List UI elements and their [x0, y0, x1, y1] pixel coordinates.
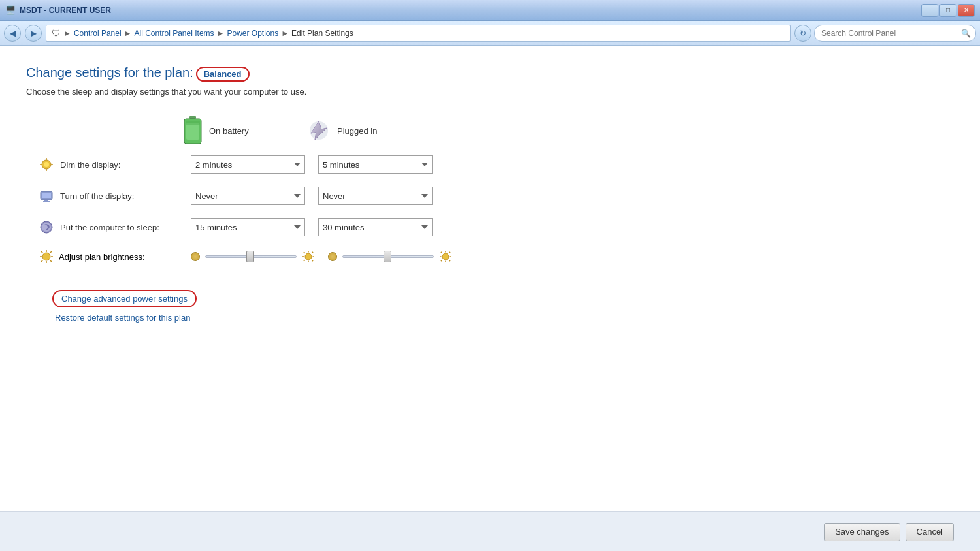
breadcrumb-current: Edit Plan Settings — [291, 29, 353, 38]
svg-rect-0 — [189, 116, 196, 119]
turn-off-display-controls: 1 minute 5 minutes 10 minutes 15 minutes… — [191, 187, 433, 205]
shield-icon: 🛡 — [52, 28, 61, 39]
sleep-row: Put the computer to sleep: 1 minute 5 mi… — [39, 218, 536, 236]
svg-line-33 — [304, 252, 305, 253]
battery-brightness-slider-group — [191, 250, 315, 263]
advanced-power-settings-link[interactable]: Change advanced power settings — [52, 290, 197, 307]
col-battery: On battery — [183, 116, 307, 145]
svg-point-19 — [42, 253, 50, 260]
save-changes-button[interactable]: Save changes — [824, 523, 900, 541]
search-input[interactable] — [814, 25, 976, 42]
svg-rect-15 — [44, 200, 48, 201]
turn-off-display-label: Turn off the display: — [60, 191, 191, 201]
brightness-label: Adjust plan brightness: — [59, 252, 145, 262]
col-plugged: Plugged in — [307, 116, 431, 145]
title-bar: 🖥️ MSDT - CURRENT USER − □ ✕ — [0, 0, 980, 21]
svg-line-44 — [449, 252, 450, 253]
dim-display-battery-select[interactable]: 1 minute 2 minutes 3 minutes 5 minutes 1… — [191, 155, 305, 174]
brightness-label-area: Adjust plan brightness: — [39, 249, 191, 264]
svg-point-37 — [442, 253, 449, 260]
battery-icon — [183, 116, 203, 145]
svg-point-8 — [44, 162, 49, 167]
search-wrapper: 🔍 — [814, 25, 976, 42]
turn-off-display-plugged-select[interactable]: 1 minute 5 minutes 10 minutes 15 minutes… — [318, 187, 433, 205]
svg-line-45 — [441, 260, 442, 261]
maximize-button[interactable]: □ — [939, 4, 956, 17]
turn-off-display-battery-select[interactable]: 1 minute 5 minutes 10 minutes 15 minutes… — [191, 187, 305, 205]
dim-display-row: Dim the display: 1 minute 2 minutes 3 mi… — [39, 155, 536, 174]
dim-display-icon — [39, 157, 54, 172]
svg-line-27 — [41, 260, 43, 262]
svg-line-35 — [312, 252, 313, 253]
battery-brightness-max-icon — [302, 250, 315, 263]
dim-display-controls: 1 minute 2 minutes 3 minutes 5 minutes 1… — [191, 155, 433, 174]
breadcrumb-all-items[interactable]: All Control Panel Items — [135, 29, 214, 38]
svg-rect-2 — [186, 123, 199, 140]
brightness-icon — [39, 249, 54, 264]
search-icon: 🔍 — [961, 29, 971, 38]
turn-off-display-icon — [39, 189, 54, 203]
restore-defaults-link[interactable]: Restore default settings for this plan — [55, 313, 928, 323]
svg-point-28 — [305, 253, 312, 260]
dim-display-label: Dim the display: — [60, 160, 191, 170]
col-battery-label: On battery — [209, 126, 249, 136]
battery-brightness-track[interactable] — [205, 255, 297, 258]
column-headers: On battery — [183, 116, 954, 145]
forward-button[interactable]: ▶ — [25, 25, 42, 42]
close-button[interactable]: ✕ — [958, 4, 975, 17]
breadcrumb-power-options[interactable]: Power Options — [227, 29, 278, 38]
dim-display-plugged-select[interactable]: 1 minute 2 minutes 3 minutes 5 minutes 1… — [318, 155, 433, 174]
plugged-brightness-min-dot — [328, 252, 337, 261]
title-bar-controls: − □ ✕ — [921, 4, 975, 17]
top-content: Change settings for the plan:Balanced Ch… — [0, 46, 980, 512]
subtitle: Choose the sleep and display settings th… — [26, 87, 954, 97]
plugged-icon — [307, 119, 331, 142]
svg-line-24 — [41, 251, 43, 253]
breadcrumb: 🛡 ► Control Panel ► All Control Panel It… — [46, 25, 791, 42]
title-bar-text: MSDT - CURRENT USER — [20, 6, 111, 15]
sleep-controls: 1 minute 5 minutes 10 minutes 15 minutes… — [191, 218, 433, 236]
minimize-button[interactable]: − — [921, 4, 938, 17]
bottom-bar: Save changes Cancel — [0, 512, 980, 551]
sleep-plugged-select[interactable]: 1 minute 5 minutes 15 minutes 30 minutes… — [318, 218, 433, 236]
turn-off-display-row: Turn off the display: 1 minute 5 minutes… — [39, 187, 536, 205]
plugged-brightness-thumb[interactable] — [384, 251, 391, 262]
sleep-battery-select[interactable]: 1 minute 5 minutes 10 minutes 15 minutes… — [191, 218, 305, 236]
battery-brightness-thumb[interactable] — [246, 251, 254, 262]
plan-name: Balanced — [196, 67, 250, 82]
plugged-brightness-track[interactable] — [342, 255, 434, 258]
main-container: Change settings for the plan:Balanced Ch… — [0, 46, 980, 551]
links-area: Change advanced power settings Restore d… — [26, 277, 954, 336]
svg-line-43 — [449, 260, 450, 261]
brightness-row: Adjust plan brightness: — [39, 249, 536, 264]
address-bar: ◀ ▶ 🛡 ► Control Panel ► All Control Pane… — [0, 21, 980, 46]
cancel-button[interactable]: Cancel — [906, 523, 954, 541]
page-title-prefix: Change settings for the plan: — [26, 65, 193, 80]
svg-rect-3 — [186, 121, 200, 125]
svg-line-26 — [50, 251, 52, 253]
window-icon: 🖥️ — [5, 5, 16, 15]
svg-line-34 — [312, 260, 313, 261]
svg-line-36 — [304, 260, 305, 261]
svg-line-42 — [441, 252, 442, 253]
back-button[interactable]: ◀ — [4, 25, 21, 42]
svg-rect-16 — [43, 201, 50, 202]
breadcrumb-control-panel[interactable]: Control Panel — [74, 29, 122, 38]
svg-line-25 — [50, 260, 52, 262]
settings-table: Dim the display: 1 minute 2 minutes 3 mi… — [39, 155, 536, 264]
address-right: ↻ 🔍 — [794, 25, 976, 42]
sleep-label: Put the computer to sleep: — [60, 223, 191, 232]
refresh-button[interactable]: ↻ — [794, 25, 811, 42]
svg-rect-14 — [42, 193, 51, 198]
title-bar-left: 🖥️ MSDT - CURRENT USER — [5, 5, 111, 15]
plugged-brightness-slider-group — [328, 250, 452, 263]
plugged-brightness-max-icon — [439, 250, 452, 263]
col-plugged-label: Plugged in — [337, 126, 377, 136]
page-title-row: Change settings for the plan:Balanced — [26, 65, 954, 80]
content-area: Change settings for the plan:Balanced Ch… — [0, 46, 980, 551]
sleep-icon — [39, 220, 54, 234]
battery-brightness-min-dot — [191, 252, 200, 261]
